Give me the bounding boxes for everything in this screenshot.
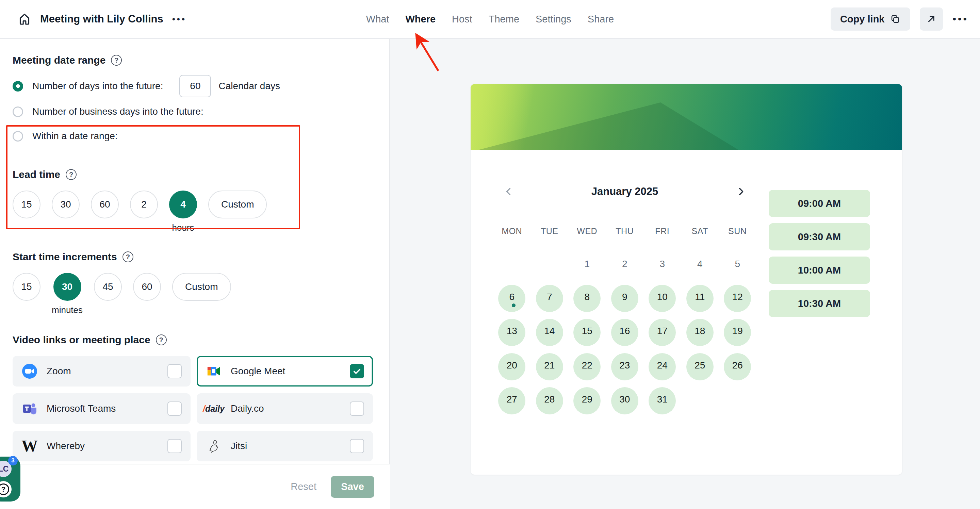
help-icon[interactable]: ? — [156, 334, 167, 345]
day-available-21[interactable]: 21 — [536, 353, 563, 380]
increment-pill-custom[interactable]: Custom — [172, 273, 231, 301]
help-icon[interactable]: ? — [66, 169, 76, 180]
tab-theme[interactable]: Theme — [488, 14, 519, 25]
nav-right: Copy link ••• — [830, 8, 969, 30]
video-checkbox-daily-co[interactable] — [350, 401, 364, 416]
day-available-17[interactable]: 17 — [649, 319, 676, 346]
prev-month-button[interactable] — [501, 184, 516, 199]
reset-button[interactable]: Reset — [291, 481, 317, 492]
day-available-26[interactable]: 26 — [724, 353, 751, 380]
increment-pill-wrap: 30minutes — [52, 273, 83, 315]
save-button[interactable]: Save — [331, 476, 374, 498]
day-available-24[interactable]: 24 — [649, 353, 676, 380]
time-slot-10-00-am[interactable]: 10:00 AM — [769, 256, 870, 284]
day-available-23[interactable]: 23 — [611, 353, 638, 380]
daily-icon: /daily — [203, 404, 224, 414]
video-option-daily-co[interactable]: /dailyDaily.co — [197, 393, 373, 424]
time-slot-09-00-am[interactable]: 09:00 AM — [769, 190, 870, 217]
time-slot-09-30-am[interactable]: 09:30 AM — [769, 223, 870, 250]
lead-time-pill-60[interactable]: 60 — [91, 191, 119, 218]
day-available-6[interactable]: 6 — [498, 285, 525, 312]
increment-pill-15[interactable]: 15 — [13, 273, 40, 301]
radio-business-days[interactable] — [13, 107, 23, 117]
lead-time-pill-2[interactable]: 2 — [130, 191, 158, 218]
video-checkbox-whereby[interactable] — [167, 439, 182, 453]
day-available-20[interactable]: 20 — [498, 353, 525, 380]
day-available-9[interactable]: 9 — [611, 285, 638, 312]
increment-pill-30[interactable]: 30 — [53, 273, 81, 301]
day-available-11[interactable]: 11 — [686, 285, 714, 312]
radio-date-range[interactable] — [13, 131, 23, 142]
lead-time-pill-custom[interactable]: Custom — [208, 191, 267, 218]
increments-heading: Start time increments ? — [13, 251, 374, 262]
day-available-31[interactable]: 31 — [649, 387, 676, 414]
tab-host[interactable]: Host — [452, 14, 472, 25]
day-cell: 5 — [719, 247, 756, 282]
video-option-microsoft-teams[interactable]: Microsoft Teams — [13, 393, 191, 424]
nav-more-button[interactable]: ••• — [953, 13, 969, 25]
date-range-heading: Meeting date range ? — [13, 54, 374, 66]
video-option-whereby[interactable]: WWhereby — [13, 431, 191, 461]
weekday-row: MONTUEWEDTHUFRISATSUN — [493, 226, 756, 236]
copy-icon — [890, 14, 901, 24]
home-button[interactable] — [18, 12, 31, 26]
date-range-heading-label: Meeting date range — [13, 54, 105, 66]
video-option-zoom[interactable]: Zoom — [13, 356, 191, 387]
notification-badge: 3 — [8, 456, 18, 466]
day-number: 30 — [619, 394, 630, 404]
video-checkbox-jitsi[interactable] — [350, 439, 364, 453]
title-more-button[interactable]: ••• — [172, 14, 186, 24]
day-available-15[interactable]: 15 — [573, 319, 601, 346]
lead-time-pill-15[interactable]: 15 — [13, 191, 40, 218]
google-meet-icon — [206, 363, 221, 379]
video-checkbox-microsoft-teams[interactable] — [167, 401, 182, 416]
day-available-22[interactable]: 22 — [573, 353, 601, 380]
tab-share[interactable]: Share — [588, 14, 614, 25]
radio-days-into-future[interactable] — [13, 81, 23, 92]
tab-where[interactable]: Where — [405, 14, 436, 25]
day-available-29[interactable]: 29 — [573, 387, 601, 414]
calendar-days-input[interactable] — [179, 75, 211, 97]
tab-settings[interactable]: Settings — [536, 14, 571, 25]
day-number: 11 — [695, 292, 705, 302]
help-button[interactable]: ? — [0, 481, 11, 498]
day-available-13[interactable]: 13 — [498, 319, 525, 346]
day-available-27[interactable]: 27 — [498, 387, 525, 414]
help-icon[interactable]: ? — [123, 251, 134, 262]
video-option-google-meet[interactable]: Google Meet — [197, 356, 373, 387]
day-available-8[interactable]: 8 — [573, 285, 601, 312]
day-available-16[interactable]: 16 — [611, 319, 638, 346]
increment-pill-60[interactable]: 60 — [133, 273, 161, 301]
lead-time-pill-4[interactable]: 4 — [169, 191, 197, 218]
video-option-jitsi[interactable]: Jitsi — [197, 431, 373, 461]
day-available-7[interactable]: 7 — [536, 285, 563, 312]
video-checkbox-zoom[interactable] — [167, 364, 182, 379]
time-slot-10-30-am[interactable]: 10:30 AM — [769, 290, 870, 317]
video-checkbox-google-meet[interactable] — [350, 364, 364, 379]
weekday-label: THU — [606, 226, 644, 236]
day-number: 15 — [582, 326, 592, 336]
day-cell: 8 — [568, 282, 606, 316]
day-cell: 4 — [681, 247, 719, 282]
copy-link-button[interactable]: Copy link — [830, 8, 911, 30]
day-available-18[interactable]: 18 — [686, 319, 714, 346]
day-number: 29 — [582, 394, 592, 404]
day-available-14[interactable]: 14 — [536, 319, 563, 346]
day-available-30[interactable]: 30 — [611, 387, 638, 414]
day-available-25[interactable]: 25 — [686, 353, 714, 380]
day-cell: 19 — [719, 315, 756, 350]
tab-what[interactable]: What — [366, 14, 389, 25]
date-range-option-days: Number of days into the future: Calendar… — [13, 75, 374, 97]
day-available-28[interactable]: 28 — [536, 387, 563, 414]
banner-image — [471, 84, 902, 150]
day-available-10[interactable]: 10 — [649, 285, 676, 312]
day-available-19[interactable]: 19 — [724, 319, 751, 346]
next-month-button[interactable] — [733, 184, 748, 199]
microsoft-teams-icon — [21, 401, 38, 417]
help-icon[interactable]: ? — [111, 55, 122, 66]
day-available-12[interactable]: 12 — [724, 285, 751, 312]
open-link-button[interactable] — [920, 8, 943, 30]
day-number: 8 — [584, 292, 590, 302]
lead-time-pill-30[interactable]: 30 — [52, 191, 80, 218]
increment-pill-45[interactable]: 45 — [94, 273, 122, 301]
